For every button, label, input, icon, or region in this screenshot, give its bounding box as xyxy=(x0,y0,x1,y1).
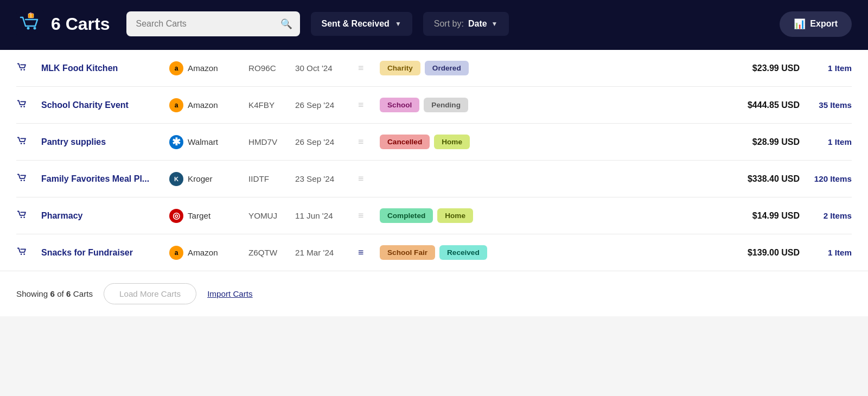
search-icon-button[interactable]: 🔍 xyxy=(280,18,292,30)
showing-count: 6 xyxy=(50,289,54,298)
sort-dropdown[interactable]: Sort by: Date ▼ xyxy=(423,12,509,36)
cart-icon xyxy=(16,171,33,186)
lines-icon-wrapper: ≡ xyxy=(358,99,371,111)
total-count: 6 xyxy=(66,289,71,298)
cart-code: RO96C xyxy=(248,63,286,73)
cart-code: Z6QTW xyxy=(248,248,286,257)
table-row[interactable]: Pharmacy ◎ Target YOMUJ 11 Jun '24 ≡ Com… xyxy=(16,197,852,234)
filter-chevron-icon: ▼ xyxy=(395,20,401,28)
cart-row-icon xyxy=(16,98,28,110)
cart-date: 11 Jun '24 xyxy=(295,211,349,220)
lines-icon-wrapper: ≡ xyxy=(358,173,371,184)
item-count[interactable]: 1 Item xyxy=(808,63,852,73)
carts-list: MLK Food Kitchen a Amazon RO96C 30 Oct '… xyxy=(0,50,868,271)
cart-row-icon xyxy=(16,61,28,73)
store-info: a Amazon xyxy=(169,98,240,112)
cart-tags: CharityOrdered xyxy=(380,61,510,75)
store-name: Amazon xyxy=(188,248,218,257)
table-row[interactable]: MLK Food Kitchen a Amazon RO96C 30 Oct '… xyxy=(16,50,852,87)
store-logo: a xyxy=(169,61,183,75)
store-name: Amazon xyxy=(188,100,218,110)
tag-cancelled: Cancelled xyxy=(380,135,430,149)
cart-row-icon xyxy=(16,135,28,146)
store-info: a Amazon xyxy=(169,61,240,75)
cart-price: $338.40 USD xyxy=(724,174,800,184)
item-count[interactable]: 2 Items xyxy=(808,211,852,220)
cart-name[interactable]: School Charity Event xyxy=(41,100,161,110)
lines-icon-wrapper: ≡ xyxy=(358,62,371,74)
svg-point-9 xyxy=(21,143,22,144)
cart-tags: School FairReceived xyxy=(380,245,510,260)
import-carts-link[interactable]: Import Carts xyxy=(207,289,253,298)
table-row[interactable]: Snacks for Fundraiser a Amazon Z6QTW 21 … xyxy=(16,234,852,271)
table-row[interactable]: Family Favorites Meal Pl... K Kroger IID… xyxy=(16,161,852,197)
item-count[interactable]: 120 Items xyxy=(808,174,852,183)
svg-point-11 xyxy=(21,180,22,181)
export-button[interactable]: 📊 Export xyxy=(780,11,852,37)
lines-icon-wrapper: ≡ xyxy=(358,210,371,221)
cart-row-icon xyxy=(16,245,28,257)
store-info: a Amazon xyxy=(169,246,240,260)
svg-point-13 xyxy=(21,216,22,218)
cart-name[interactable]: Snacks for Fundraiser xyxy=(41,248,161,258)
store-info: K Kroger xyxy=(169,172,240,186)
sort-prefix: Sort by: xyxy=(434,19,464,29)
cart-tags: SchoolPending xyxy=(380,98,510,112)
svg-point-7 xyxy=(21,106,22,107)
sort-chevron-icon: ▼ xyxy=(492,20,498,28)
page-title: 6 Carts xyxy=(51,14,110,34)
cart-tags: CompletedHome xyxy=(380,208,510,223)
svg-point-14 xyxy=(23,216,25,218)
lines-filled-icon: ≡ xyxy=(358,247,363,258)
store-name: Walmart xyxy=(188,137,218,146)
search-input[interactable] xyxy=(126,11,300,36)
cart-name[interactable]: Pharmacy xyxy=(41,211,161,221)
item-count[interactable]: 1 Item xyxy=(808,137,852,146)
item-count[interactable]: 35 Items xyxy=(808,100,852,110)
item-count[interactable]: 1 Item xyxy=(808,248,852,257)
lines-icon-wrapper: ≡ xyxy=(358,247,371,258)
cart-code: IIDTF xyxy=(248,174,286,183)
cart-icon xyxy=(16,98,33,112)
table-row[interactable]: School Charity Event a Amazon K4FBY 26 S… xyxy=(16,87,852,124)
tag-ordered: Ordered xyxy=(425,61,469,75)
tag-received: Received xyxy=(439,245,487,260)
cart-price: $14.99 USD xyxy=(724,211,800,221)
filter-dropdown[interactable]: Sent & Received ▼ xyxy=(311,12,412,36)
lines-icon: ≡ xyxy=(358,62,363,73)
showing-text: Showing 6 of 6 Carts xyxy=(16,289,93,298)
store-info: ◎ Target xyxy=(169,209,240,223)
cart-name[interactable]: Pantry supplies xyxy=(41,137,161,147)
cart-icon xyxy=(16,245,33,260)
svg-point-2 xyxy=(34,27,36,30)
export-chart-icon: 📊 xyxy=(794,18,806,30)
svg-point-16 xyxy=(23,253,25,255)
footer: Showing 6 of 6 Carts Load More Carts Imp… xyxy=(0,271,868,316)
tag-completed: Completed xyxy=(380,208,433,223)
store-logo: ✱ xyxy=(169,135,183,149)
cart-date: 30 Oct '24 xyxy=(295,63,349,73)
cart-name[interactable]: MLK Food Kitchen xyxy=(41,63,161,73)
cart-date: 26 Sep '24 xyxy=(295,100,349,110)
cart-row-icon xyxy=(16,208,28,220)
cart-date: 23 Sep '24 xyxy=(295,174,349,183)
store-logo: a xyxy=(169,98,183,112)
cart-code: K4FBY xyxy=(248,100,286,110)
cart-date: 26 Sep '24 xyxy=(295,137,349,146)
cart-name[interactable]: Family Favorites Meal Pl... xyxy=(41,174,161,184)
cart-tags: CancelledHome xyxy=(380,135,510,149)
search-wrapper: 🔍 xyxy=(126,11,300,36)
svg-point-12 xyxy=(23,180,25,181)
cart-icon xyxy=(16,208,33,223)
tag-home: Home xyxy=(434,135,470,149)
table-row[interactable]: Pantry supplies ✱ Walmart HMD7V 26 Sep '… xyxy=(16,124,852,161)
logo-title-area: 6 Carts xyxy=(16,10,110,38)
load-more-button[interactable]: Load More Carts xyxy=(104,283,196,304)
cart-code: HMD7V xyxy=(248,137,286,146)
store-name: Amazon xyxy=(188,63,218,73)
cart-price: $139.00 USD xyxy=(724,248,800,258)
svg-point-8 xyxy=(23,106,25,107)
app-logo xyxy=(16,10,44,38)
svg-point-10 xyxy=(23,143,25,144)
cart-price: $28.99 USD xyxy=(724,137,800,147)
